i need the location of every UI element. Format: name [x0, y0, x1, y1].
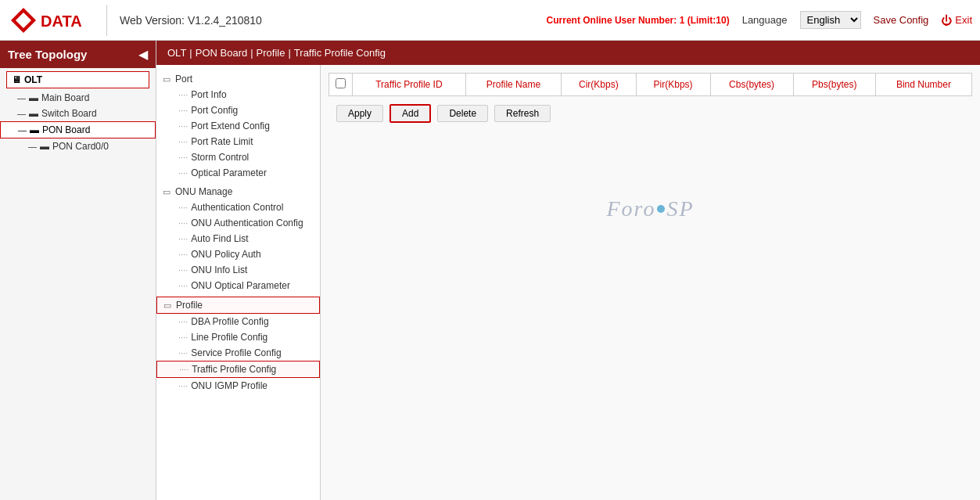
- dots-icon: ····: [178, 137, 188, 146]
- header-right: Current Online User Number: 1 (Limit:10)…: [547, 11, 972, 29]
- profile-section-label: Profile: [176, 300, 203, 311]
- breadcrumb-current: Traffic Profile Config: [294, 47, 386, 59]
- col-profile-name: Profile Name: [465, 74, 561, 96]
- dots-icon: ····: [178, 265, 188, 275]
- nav-section-profile-header[interactable]: ▭ Profile: [156, 297, 320, 314]
- nav-onu-policy-auth[interactable]: ···· ONU Policy Auth: [156, 246, 320, 262]
- dots-icon: ····: [178, 218, 188, 228]
- table-container: Traffic Profile ID Profile Name Cir(Kbps…: [321, 65, 980, 295]
- sidebar-item-mainboard[interactable]: — ▬ Main Board: [0, 90, 156, 106]
- add-button[interactable]: Add: [389, 104, 431, 123]
- nav-section-profile: ▭ Profile ···· DBA Profile Config ···· L…: [156, 297, 320, 394]
- ponboard-icon: ▬: [30, 124, 39, 135]
- nav-traffic-profile[interactable]: ···· Traffic Profile Config: [156, 361, 320, 378]
- nav-auto-find-list[interactable]: ···· Auto Find List: [156, 231, 320, 246]
- dots-icon: ····: [178, 90, 188, 99]
- breadcrumb-sep3: |: [288, 47, 290, 59]
- select-all-checkbox[interactable]: [336, 78, 346, 88]
- breadcrumb-sep2: |: [250, 47, 253, 59]
- header: DATA Web Version: V1.2.4_210810 Current …: [0, 0, 980, 41]
- switchboard-icon: ▬: [29, 108, 38, 119]
- col-bind-number: Bind Number: [875, 74, 971, 96]
- dots-icon: ····: [178, 281, 188, 290]
- breadcrumb-ponboard[interactable]: PON Board: [196, 47, 247, 59]
- breadcrumb-profile[interactable]: Profile: [257, 47, 285, 59]
- exit-label: Exit: [955, 14, 972, 26]
- nav-port-extend-config[interactable]: ···· Port Extend Config: [156, 118, 320, 134]
- nav-auth-control[interactable]: ···· Authentication Control: [156, 200, 320, 215]
- col-cir: Cir(Kbps): [561, 74, 636, 96]
- nav-dba-profile[interactable]: ···· DBA Profile Config: [156, 314, 320, 329]
- dots-icon: ····: [178, 203, 188, 212]
- col-traffic-profile-id: Traffic Profile ID: [353, 74, 466, 96]
- col-pbs: Pbs(bytes): [793, 74, 875, 96]
- sidebar-collapse-button[interactable]: ◀: [138, 47, 148, 62]
- nav-onu-info-list[interactable]: ···· ONU Info List: [156, 262, 320, 278]
- version-text: Web Version: V1.2.4_210810: [120, 14, 547, 27]
- dots-icon: ····: [178, 106, 188, 115]
- nav-service-profile[interactable]: ···· Service Profile Config: [156, 345, 320, 361]
- dots-icon: ····: [178, 153, 188, 162]
- exit-button[interactable]: ⏻ Exit: [941, 14, 972, 27]
- dots-icon: ····: [178, 250, 188, 259]
- port-section-label: Port: [175, 74, 192, 85]
- power-icon: ⏻: [941, 14, 952, 27]
- refresh-button[interactable]: Refresh: [494, 105, 551, 122]
- nav-line-profile[interactable]: ···· Line Profile Config: [156, 329, 320, 345]
- dots-icon: ····: [178, 333, 188, 342]
- toggle-port: ▭: [163, 74, 171, 85]
- sidebar-item-olt[interactable]: 🖥 OLT: [6, 71, 149, 88]
- poncard-label: PON Card0/0: [52, 141, 109, 152]
- dash-icon4: —: [28, 142, 37, 151]
- switchboard-label: Switch Board: [41, 108, 97, 119]
- sidebar-item-poncard[interactable]: — ▬ PON Card0/0: [0, 138, 156, 154]
- nav-onu-igmp-profile[interactable]: ···· ONU IGMP Profile: [156, 378, 320, 394]
- apply-button[interactable]: Apply: [336, 105, 383, 122]
- watermark-isp: SP: [666, 196, 694, 221]
- main-panel: ▭ Port ···· Port Info ···· Port Config ·…: [156, 65, 980, 500]
- sidebar-item-switchboard[interactable]: — ▬ Switch Board: [0, 106, 156, 121]
- dash-icon2: —: [17, 109, 26, 118]
- nav-port-config[interactable]: ···· Port Config: [156, 103, 320, 118]
- nav-port-rate-limit[interactable]: ···· Port Rate Limit: [156, 134, 320, 149]
- poncard-icon: ▬: [40, 141, 49, 152]
- watermark: ForoSP: [328, 131, 972, 287]
- nav-section-port-header[interactable]: ▭ Port: [156, 71, 320, 87]
- svg-text:DATA: DATA: [41, 13, 82, 30]
- dots-icon: ····: [178, 234, 188, 243]
- traffic-profile-table: Traffic Profile ID Profile Name Cir(Kbps…: [328, 73, 972, 96]
- dots-icon: ····: [178, 121, 188, 131]
- online-info: Current Online User Number: 1 (Limit:10): [547, 15, 730, 26]
- ponboard-label: PON Board: [42, 124, 90, 135]
- nav-port-info[interactable]: ···· Port Info: [156, 87, 320, 103]
- nav-section-onu-header[interactable]: ▭ ONU Manage: [156, 184, 320, 200]
- nav-storm-control[interactable]: ···· Storm Control: [156, 149, 320, 165]
- main-layout: Tree Topology ◀ 🖥 OLT — ▬ Main Board — ▬…: [0, 41, 980, 500]
- col-pir: Pir(Kbps): [636, 74, 710, 96]
- online-limit: (Limit:10): [687, 15, 730, 26]
- breadcrumb: OLT | PON Board | Profile | Traffic Prof…: [156, 41, 980, 65]
- online-count: 1: [680, 15, 685, 26]
- dash-icon: —: [17, 93, 26, 103]
- nav-onu-optical-parameter[interactable]: ···· ONU Optical Parameter: [156, 278, 320, 293]
- toggle-onu: ▭: [163, 187, 171, 197]
- toggle-profile: ▭: [163, 300, 171, 311]
- right-content: Traffic Profile ID Profile Name Cir(Kbps…: [321, 65, 980, 500]
- dots-icon: ····: [178, 348, 188, 358]
- language-select[interactable]: English Chinese: [800, 11, 861, 29]
- dots-icon: ····: [178, 317, 188, 326]
- watermark-text: ForoSP: [606, 196, 694, 221]
- col-checkbox: [329, 74, 353, 96]
- dots-icon: ····: [179, 365, 188, 374]
- sidebar: Tree Topology ◀ 🖥 OLT — ▬ Main Board — ▬…: [0, 41, 156, 500]
- watermark-dot-symbol: [657, 205, 665, 213]
- olt-icon: 🖥: [12, 74, 21, 85]
- breadcrumb-olt[interactable]: OLT: [167, 47, 186, 59]
- delete-button[interactable]: Delete: [437, 105, 488, 122]
- nav-section-onu-manage: ▭ ONU Manage ···· Authentication Control…: [156, 184, 320, 293]
- nav-onu-auth-config[interactable]: ···· ONU Authentication Config: [156, 215, 320, 231]
- nav-optical-parameter[interactable]: ···· Optical Parameter: [156, 165, 320, 181]
- save-config-link[interactable]: Save Config: [874, 14, 929, 26]
- breadcrumb-sep1: |: [189, 47, 192, 59]
- sidebar-item-ponboard[interactable]: — ▬ PON Board: [0, 121, 156, 138]
